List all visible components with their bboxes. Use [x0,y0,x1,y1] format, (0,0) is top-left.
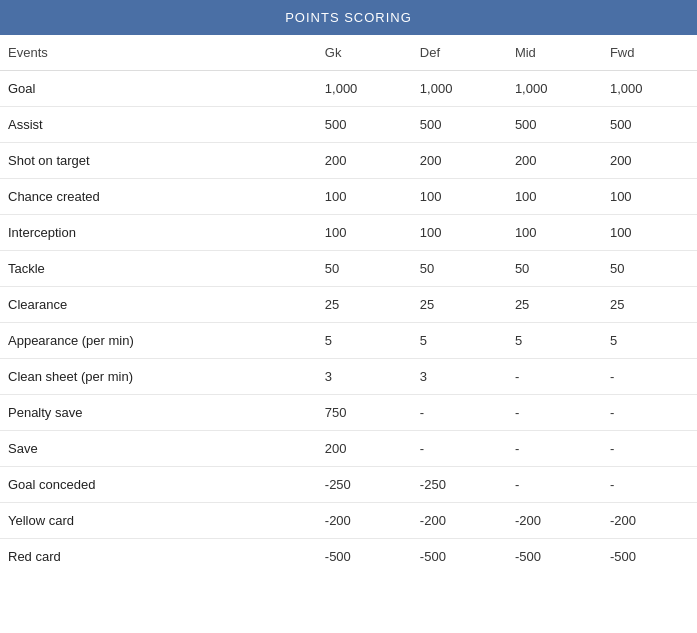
col-header-mid: Mid [507,35,602,71]
cell-def: - [412,395,507,431]
col-header-event: Events [0,35,317,71]
cell-fwd: 25 [602,287,697,323]
cell-gk: -200 [317,503,412,539]
cell-gk: 100 [317,179,412,215]
cell-def: 200 [412,143,507,179]
cell-mid: 500 [507,107,602,143]
cell-fwd: 500 [602,107,697,143]
cell-event: Clean sheet (per min) [0,359,317,395]
cell-mid: - [507,395,602,431]
cell-gk: 750 [317,395,412,431]
cell-fwd: -500 [602,539,697,575]
cell-event: Assist [0,107,317,143]
cell-gk: -250 [317,467,412,503]
cell-mid: 100 [507,179,602,215]
table-row: Assist500500500500 [0,107,697,143]
cell-def: 5 [412,323,507,359]
cell-def: - [412,431,507,467]
cell-def: 100 [412,179,507,215]
cell-gk: 500 [317,107,412,143]
cell-mid: 1,000 [507,71,602,107]
table-row: Red card-500-500-500-500 [0,539,697,575]
table-body: Goal1,0001,0001,0001,000Assist5005005005… [0,71,697,575]
cell-event: Yellow card [0,503,317,539]
cell-gk: 100 [317,215,412,251]
cell-def: -250 [412,467,507,503]
cell-gk: 1,000 [317,71,412,107]
points-scoring-table: Events Gk Def Mid Fwd Goal1,0001,0001,00… [0,35,697,574]
cell-gk: 25 [317,287,412,323]
col-header-def: Def [412,35,507,71]
cell-def: 1,000 [412,71,507,107]
cell-event: Chance created [0,179,317,215]
cell-fwd: 100 [602,215,697,251]
cell-fwd: 1,000 [602,71,697,107]
table-row: Yellow card-200-200-200-200 [0,503,697,539]
cell-event: Shot on target [0,143,317,179]
cell-mid: -200 [507,503,602,539]
cell-event: Clearance [0,287,317,323]
cell-mid: 25 [507,287,602,323]
cell-gk: -500 [317,539,412,575]
table-row: Save200--- [0,431,697,467]
points-scoring-container: POINTS SCORING Events Gk Def Mid Fwd Goa… [0,0,697,574]
cell-fwd: 50 [602,251,697,287]
cell-gk: 200 [317,143,412,179]
cell-mid: - [507,359,602,395]
table-row: Clearance25252525 [0,287,697,323]
table-row: Goal conceded-250-250-- [0,467,697,503]
table-row: Tackle50505050 [0,251,697,287]
cell-gk: 3 [317,359,412,395]
cell-def: 500 [412,107,507,143]
cell-def: 3 [412,359,507,395]
table-row: Clean sheet (per min)33-- [0,359,697,395]
table-row: Interception100100100100 [0,215,697,251]
cell-def: -500 [412,539,507,575]
cell-event: Save [0,431,317,467]
cell-def: 25 [412,287,507,323]
table-row: Penalty save750--- [0,395,697,431]
cell-event: Interception [0,215,317,251]
cell-def: -200 [412,503,507,539]
cell-mid: 200 [507,143,602,179]
cell-mid: - [507,431,602,467]
table-row: Goal1,0001,0001,0001,000 [0,71,697,107]
table-row: Appearance (per min)5555 [0,323,697,359]
cell-fwd: 5 [602,323,697,359]
cell-def: 50 [412,251,507,287]
cell-event: Penalty save [0,395,317,431]
cell-fwd: 200 [602,143,697,179]
cell-event: Appearance (per min) [0,323,317,359]
table-title: POINTS SCORING [0,0,697,35]
cell-mid: - [507,467,602,503]
cell-event: Goal conceded [0,467,317,503]
cell-mid: -500 [507,539,602,575]
column-header-row: Events Gk Def Mid Fwd [0,35,697,71]
col-header-gk: Gk [317,35,412,71]
cell-fwd: 100 [602,179,697,215]
cell-gk: 50 [317,251,412,287]
table-row: Shot on target200200200200 [0,143,697,179]
cell-gk: 200 [317,431,412,467]
cell-event: Tackle [0,251,317,287]
cell-fwd: - [602,395,697,431]
col-header-fwd: Fwd [602,35,697,71]
table-row: Chance created100100100100 [0,179,697,215]
cell-fwd: - [602,359,697,395]
cell-mid: 100 [507,215,602,251]
cell-mid: 50 [507,251,602,287]
cell-event: Goal [0,71,317,107]
cell-fwd: - [602,467,697,503]
cell-fwd: -200 [602,503,697,539]
cell-gk: 5 [317,323,412,359]
cell-def: 100 [412,215,507,251]
cell-event: Red card [0,539,317,575]
cell-mid: 5 [507,323,602,359]
cell-fwd: - [602,431,697,467]
